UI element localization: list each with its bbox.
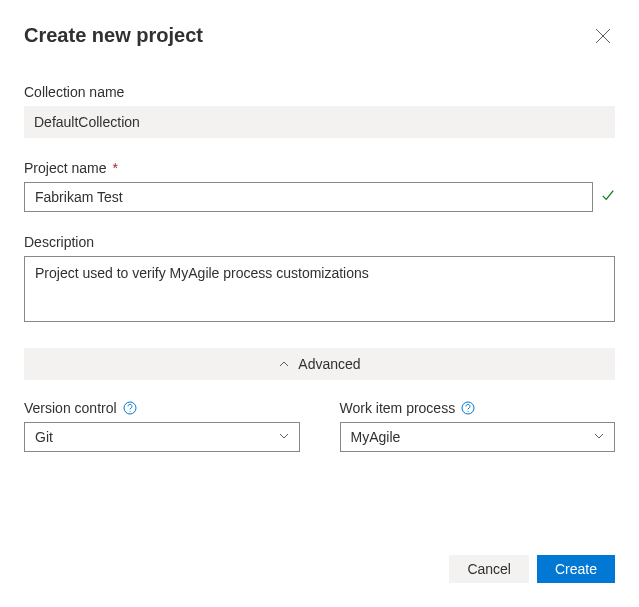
version-control-label: Version control: [24, 400, 117, 416]
chevron-up-icon: [278, 358, 290, 370]
create-button[interactable]: Create: [537, 555, 615, 583]
project-name-label: Project name: [24, 160, 106, 176]
work-item-process-select[interactable]: MyAgile: [340, 422, 616, 452]
required-marker: *: [112, 160, 117, 176]
description-label: Description: [24, 234, 615, 250]
advanced-toggle[interactable]: Advanced: [24, 348, 615, 380]
help-icon[interactable]: [461, 401, 475, 415]
svg-point-5: [468, 411, 469, 412]
version-control-select[interactable]: Git: [24, 422, 300, 452]
description-input[interactable]: Project used to verify MyAgile process c…: [24, 256, 615, 322]
svg-point-3: [129, 411, 130, 412]
help-icon[interactable]: [123, 401, 137, 415]
advanced-label: Advanced: [298, 356, 360, 372]
dialog-title: Create new project: [24, 24, 203, 47]
close-icon: [595, 32, 611, 47]
project-name-input[interactable]: [24, 182, 593, 212]
check-icon: [601, 188, 615, 206]
collection-name-value: DefaultCollection: [24, 106, 615, 138]
close-button[interactable]: [591, 24, 615, 48]
collection-name-label: Collection name: [24, 84, 615, 100]
work-item-process-label: Work item process: [340, 400, 456, 416]
cancel-button[interactable]: Cancel: [449, 555, 529, 583]
